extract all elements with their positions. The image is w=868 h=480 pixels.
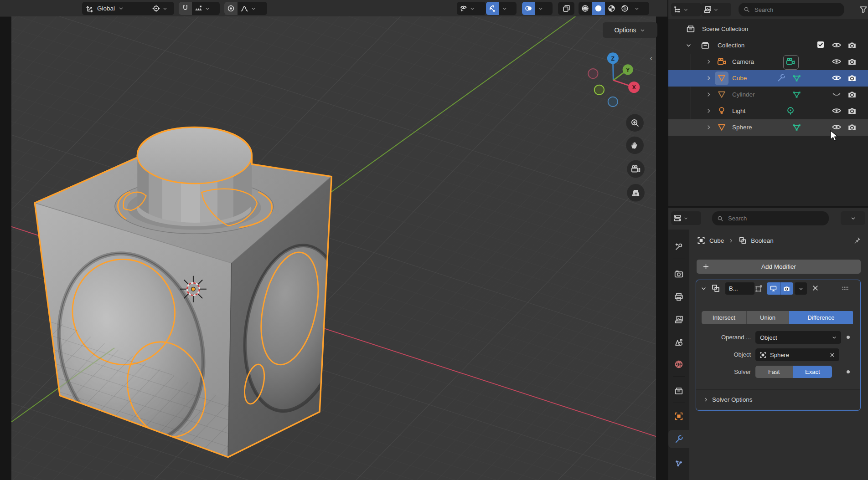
filter-icon[interactable] [859,5,868,14]
xray-toggle[interactable] [558,2,574,15]
mesh-data-icon[interactable] [791,73,802,83]
camera-render-icon[interactable] [847,122,857,132]
editor-type-dropdown[interactable] [671,211,701,225]
eye-icon[interactable] [832,122,842,132]
outliner-row-light[interactable]: Light [668,103,868,119]
tab-scene[interactable] [668,333,689,352]
chevron-right-icon[interactable] [705,74,713,82]
extras-dropdown[interactable] [795,282,807,295]
tab-tool[interactable] [668,238,689,256]
checkbox-icon[interactable] [816,40,825,49]
eye-closed-icon[interactable] [832,89,842,99]
solver-fast[interactable]: Fast [755,366,793,378]
animate-dot[interactable] [847,370,850,373]
tab-render[interactable] [668,265,689,283]
sidebar-collapse-arrow[interactable]: ‹ [650,54,652,62]
shading-dropdown[interactable] [631,2,642,15]
delete-modifier-icon[interactable] [811,284,820,292]
drag-grip-icon[interactable] [840,283,850,293]
transform-orientation-dropdown[interactable]: Global [82,2,152,15]
camera-render-icon[interactable] [847,73,857,83]
outliner-row-cube[interactable]: Cube [668,70,868,87]
shading-rendered-button[interactable] [618,2,631,15]
outliner-row-sphere[interactable]: Sphere [668,119,868,136]
camera-render-icon[interactable] [847,106,857,116]
camera-render-icon[interactable] [847,89,857,99]
eye-icon[interactable] [832,40,842,50]
shading-wireframe-button[interactable] [579,2,592,15]
pin-icon[interactable] [852,236,862,245]
camera-render-icon[interactable] [847,40,857,50]
clear-object-icon[interactable] [829,352,836,358]
tab-modifiers[interactable] [668,430,689,448]
collapse-chevron-icon[interactable] [700,285,708,292]
perspective-toggle-button[interactable] [627,184,645,202]
outliner-row-collection[interactable]: Collection [668,37,868,54]
pivot-point-dropdown[interactable] [150,2,174,15]
tab-view-layer[interactable] [668,311,689,329]
add-modifier-button[interactable]: Add Modifier [697,260,861,274]
overlays-dropdown[interactable] [535,2,546,15]
light-data-icon[interactable] [785,106,796,116]
gizmo-dropdown[interactable] [499,2,510,15]
snap-settings-dropdown[interactable] [192,2,213,15]
operation-difference[interactable]: Difference [789,311,853,324]
outliner-search-input[interactable] [754,6,823,14]
shading-solid-button[interactable] [592,2,605,15]
object-picker-field[interactable]: Sphere [755,348,839,361]
falloff-dropdown[interactable] [238,2,259,15]
outliner-row-cylinder[interactable]: Cylinder [668,87,868,103]
show-gizmo-toggle[interactable] [486,2,499,15]
modifier-name-field[interactable]: B... [725,282,754,295]
display-mode-dropdown[interactable] [701,3,731,16]
mesh-data-icon[interactable] [791,122,802,133]
tab-object[interactable] [668,407,689,425]
properties-options-dropdown[interactable] [841,211,865,225]
operand-type-dropdown[interactable]: Object [755,331,841,344]
viewport-3d[interactable]: Z Y X ‹ [0,16,667,480]
show-overlays-toggle[interactable] [522,2,535,15]
solver-exact[interactable]: Exact [793,366,832,378]
chevron-right-icon[interactable] [705,58,713,66]
eye-icon[interactable] [832,106,842,116]
camera-render-icon[interactable] [847,56,857,66]
editor-type-dropdown[interactable] [671,3,701,16]
operation-intersect[interactable]: Intersect [702,311,747,324]
animate-dot[interactable] [847,336,850,339]
tab-output[interactable] [668,288,689,306]
properties-search[interactable] [712,211,829,225]
options-dropdown[interactable]: Options [603,22,657,38]
breadcrumb-object[interactable]: Cube [709,237,724,244]
shading-material-button[interactable] [605,2,618,15]
modifier-wrench-icon[interactable] [776,73,786,83]
outliner-row-scene-collection[interactable]: Scene Collection [668,21,868,37]
breadcrumb-modifier[interactable]: Boolean [751,237,774,244]
chevron-down-icon[interactable] [685,41,692,49]
tab-collection[interactable] [668,382,689,400]
chevron-right-icon[interactable] [705,123,713,131]
chevron-right-icon[interactable] [705,107,713,115]
solver-options-subpanel[interactable]: Solver Options [696,390,860,409]
mesh-data-icon[interactable] [791,89,802,100]
outliner-row-camera[interactable]: Camera [668,54,868,70]
visibility-dropdown[interactable] [457,2,486,15]
axis-ball-neg-y[interactable] [594,85,604,95]
operation-union[interactable]: Union [747,311,789,324]
render-toggle[interactable] [780,282,794,295]
edit-mode-toggle-icon[interactable] [754,283,764,294]
realtime-toggle[interactable] [767,282,780,295]
outliner-search[interactable] [739,3,844,16]
pan-hand-button[interactable] [626,137,644,154]
camera-view-button[interactable] [627,160,645,178]
axis-ball-neg-z[interactable] [608,97,618,107]
proportional-edit-toggle[interactable] [224,2,238,15]
tab-particles[interactable] [668,454,689,473]
zoom-button[interactable] [626,114,644,132]
camera-data-icon[interactable] [785,56,796,66]
axis-ball-neg-x[interactable] [588,69,598,78]
chevron-right-icon[interactable] [705,91,713,98]
eye-icon[interactable] [832,73,842,83]
snap-toggle[interactable] [179,2,192,15]
tab-world[interactable] [668,355,689,373]
eye-icon[interactable] [832,56,842,66]
